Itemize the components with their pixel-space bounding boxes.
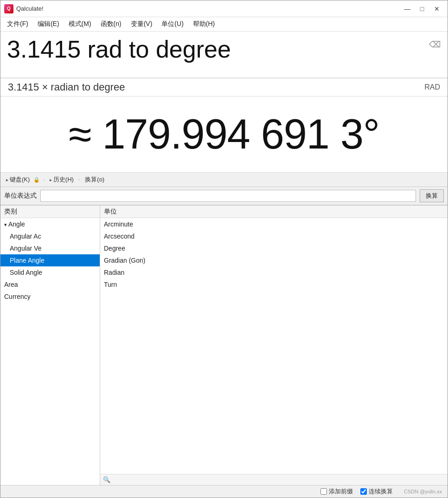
title-bar-title: Qalculate! xyxy=(16,5,44,12)
menu-variables[interactable]: 变量(V) xyxy=(126,18,157,30)
clear-button[interactable]: ⌫ xyxy=(428,38,441,51)
result-mode-badge: RAD xyxy=(424,83,440,91)
unit-expr-input[interactable] xyxy=(40,190,416,202)
add-prefix-checkbox[interactable] xyxy=(320,488,327,495)
unit-item-radian[interactable]: Radian xyxy=(100,266,448,278)
lock-icon: 🔒 xyxy=(33,177,40,183)
title-bar-controls: — □ ✕ xyxy=(400,3,444,14)
app-icon: Q xyxy=(4,4,13,13)
menu-mode[interactable]: 模式(M) xyxy=(64,18,96,30)
title-bar-left: Q Qalculate! xyxy=(4,4,44,13)
category-item-angular-ac[interactable]: Angular Ac xyxy=(0,230,100,242)
expression-display[interactable]: 3.1415 rad to degree xyxy=(7,36,428,63)
unit-pane: 单位 Arcminute Arcsecond Degree Gradian (G… xyxy=(100,206,448,485)
title-bar: Q Qalculate! — □ ✕ xyxy=(0,0,448,17)
big-result-area: ≈ 179.994 691 3° xyxy=(0,97,448,173)
tab-convert[interactable]: 换算(o) xyxy=(83,175,106,185)
menu-units[interactable]: 单位(U) xyxy=(157,18,188,30)
category-item-currency[interactable]: Currency xyxy=(0,291,100,303)
unit-pane-header: 单位 xyxy=(100,206,448,218)
category-pane: 类别 ▾Angle Angular Ac Angular Ve Plane An… xyxy=(0,206,100,485)
big-result-text: ≈ 179.994 691 3° xyxy=(69,110,379,158)
unit-item-turn[interactable]: Turn xyxy=(100,278,448,291)
unit-search-input[interactable] xyxy=(112,476,445,483)
watermark: CSDN @yulin.xx xyxy=(404,489,442,494)
continuous-convert-checkbox[interactable] xyxy=(360,488,367,495)
add-prefix-checkbox-label[interactable]: 添加前缀 xyxy=(320,487,353,496)
tab-bar: ▸ 键盘(K) 🔒 · ▸ 历史(H) · 换算(o) xyxy=(0,173,448,187)
expression-area: 3.1415 rad to degree ⌫ xyxy=(0,32,448,78)
unit-item-arcminute[interactable]: Arcminute xyxy=(100,218,448,230)
result-expression: 3.1415 × radian to degree xyxy=(8,81,125,93)
continuous-convert-checkbox-label[interactable]: 连续换算 xyxy=(360,487,393,496)
maximize-button[interactable]: □ xyxy=(415,3,429,14)
category-item-solid-angle[interactable]: Solid Angle xyxy=(0,266,100,278)
close-button[interactable]: ✕ xyxy=(430,3,444,14)
unit-item-arcsecond[interactable]: Arcsecond xyxy=(100,230,448,242)
menu-file[interactable]: 文件(F) xyxy=(2,18,33,30)
unit-item-degree[interactable]: Degree xyxy=(100,242,448,254)
unit-expr-label: 单位表达式 xyxy=(4,192,37,200)
menu-bar: 文件(F) 编辑(E) 模式(M) 函数(n) 变量(V) 单位(U) 帮助(H… xyxy=(0,17,448,32)
category-pane-header: 类别 xyxy=(0,206,100,218)
unit-expression-row: 单位表达式 换算 xyxy=(0,187,448,205)
minimize-button[interactable]: — xyxy=(400,3,414,14)
bottom-panel: ▸ 键盘(K) 🔒 · ▸ 历史(H) · 换算(o) 单位表达式 换算 类别 … xyxy=(0,173,448,498)
category-item-plane-angle[interactable]: Plane Angle xyxy=(0,254,100,266)
tab-keyboard[interactable]: ▸ 键盘(K) xyxy=(4,175,32,185)
category-item-area[interactable]: Area xyxy=(0,278,100,291)
menu-functions[interactable]: 函数(n) xyxy=(96,18,126,30)
menu-help[interactable]: 帮助(H) xyxy=(188,18,219,30)
result-line: 3.1415 × radian to degree RAD xyxy=(0,78,448,97)
tab-history-arrow: ▸ xyxy=(50,177,52,182)
category-item-angular-ve[interactable]: Angular Ve xyxy=(0,242,100,254)
unit-search-row: 🔍 xyxy=(100,474,448,485)
category-item-angle[interactable]: ▾Angle xyxy=(0,218,100,230)
convert-button[interactable]: 换算 xyxy=(420,189,444,202)
angle-tree-arrow: ▾ xyxy=(4,222,7,228)
unit-item-gradian[interactable]: Gradian (Gon) xyxy=(100,254,448,266)
menu-edit[interactable]: 编辑(E) xyxy=(33,18,64,30)
list-container: 类别 ▾Angle Angular Ac Angular Ve Plane An… xyxy=(0,205,448,485)
tab-history[interactable]: ▸ 历史(H) xyxy=(48,175,76,185)
status-bar: 添加前缀 连续换算 CSDN @yulin.xx xyxy=(0,485,448,498)
tab-keyboard-arrow: ▸ xyxy=(6,177,8,182)
search-icon: 🔍 xyxy=(103,476,110,483)
